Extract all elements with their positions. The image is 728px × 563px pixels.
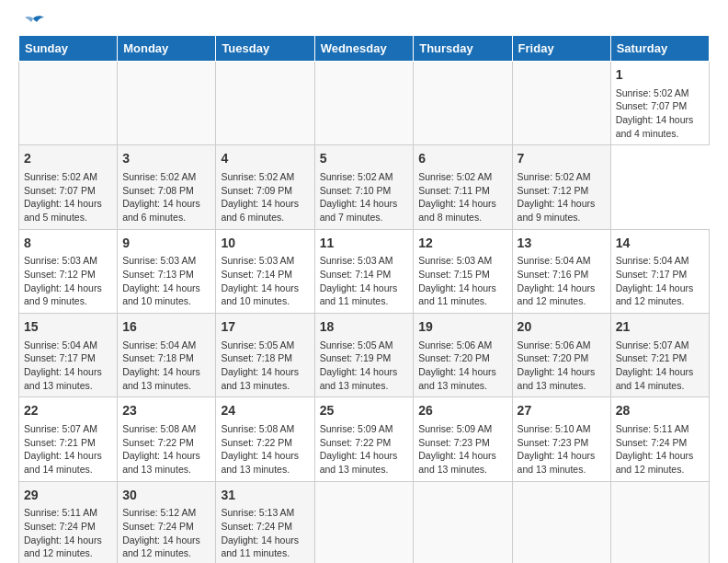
day-number: 28	[616, 402, 704, 420]
calendar-week-5: 22 Sunrise: 5:07 AM Sunset: 7:21 PM Dayl…	[19, 397, 710, 481]
sunrise-time: Sunrise: 5:13 AM	[221, 507, 294, 518]
day-number: 24	[221, 402, 309, 420]
calendar-day-18: 18 Sunrise: 5:05 AM Sunset: 7:19 PM Dayl…	[314, 314, 414, 397]
column-header-tuesday: Tuesday	[216, 36, 314, 62]
empty-cell	[512, 62, 610, 145]
logo-bird-icon	[20, 15, 46, 33]
calendar-day-11: 11 Sunrise: 5:03 AM Sunset: 7:14 PM Dayl…	[314, 229, 414, 313]
daylight-hours: Daylight: 14 hours and 14 minutes.	[616, 366, 694, 391]
sunset-time: Sunset: 7:21 PM	[24, 437, 96, 448]
empty-cell	[414, 62, 512, 145]
calendar-day-3: 3 Sunrise: 5:02 AM Sunset: 7:08 PM Dayli…	[118, 145, 216, 229]
sunrise-time: Sunrise: 5:03 AM	[122, 255, 196, 266]
day-number: 22	[24, 402, 112, 420]
sunset-time: Sunset: 7:20 PM	[518, 352, 589, 363]
sunrise-time: Sunrise: 5:07 AM	[616, 339, 689, 350]
sunset-time: Sunset: 7:07 PM	[616, 100, 688, 111]
calendar-day-27: 27 Sunrise: 5:10 AM Sunset: 7:23 PM Dayl…	[512, 397, 610, 481]
sunset-time: Sunset: 7:23 PM	[518, 437, 589, 448]
sunset-time: Sunset: 7:14 PM	[320, 269, 392, 280]
day-number: 14	[616, 235, 704, 253]
sunset-time: Sunset: 7:09 PM	[221, 185, 292, 196]
daylight-hours: Daylight: 14 hours and 10 minutes.	[221, 282, 299, 307]
day-number: 31	[221, 487, 309, 505]
day-number: 9	[122, 235, 210, 253]
calendar-day-6: 6 Sunrise: 5:02 AM Sunset: 7:11 PM Dayli…	[414, 145, 512, 229]
calendar-day-22: 22 Sunrise: 5:07 AM Sunset: 7:21 PM Dayl…	[19, 397, 118, 481]
daylight-hours: Daylight: 14 hours and 12 minutes.	[518, 282, 596, 307]
sunset-time: Sunset: 7:12 PM	[24, 269, 96, 280]
sunset-time: Sunset: 7:12 PM	[518, 185, 589, 196]
day-number: 12	[418, 235, 506, 253]
sunrise-time: Sunrise: 5:08 AM	[221, 423, 294, 434]
daylight-hours: Daylight: 14 hours and 13 minutes.	[122, 450, 200, 475]
sunset-time: Sunset: 7:08 PM	[122, 185, 194, 196]
calendar-day-5: 5 Sunrise: 5:02 AM Sunset: 7:10 PM Dayli…	[314, 145, 414, 229]
daylight-hours: Daylight: 14 hours and 12 minutes.	[616, 450, 694, 475]
sunrise-time: Sunrise: 5:11 AM	[24, 507, 97, 518]
sunrise-time: Sunrise: 5:04 AM	[24, 339, 97, 350]
column-header-saturday: Saturday	[610, 36, 709, 62]
daylight-hours: Daylight: 14 hours and 13 minutes.	[320, 450, 398, 475]
sunset-time: Sunset: 7:24 PM	[122, 521, 194, 532]
sunset-time: Sunset: 7:22 PM	[320, 437, 392, 448]
day-number: 19	[418, 318, 506, 337]
calendar-day-13: 13 Sunrise: 5:04 AM Sunset: 7:16 PM Dayl…	[512, 229, 610, 313]
day-number: 6	[418, 150, 506, 168]
daylight-hours: Daylight: 14 hours and 4 minutes.	[616, 114, 694, 139]
daylight-hours: Daylight: 14 hours and 9 minutes.	[518, 198, 596, 223]
logo	[18, 18, 46, 26]
sunset-time: Sunset: 7:15 PM	[418, 269, 490, 280]
daylight-hours: Daylight: 14 hours and 10 minutes.	[122, 282, 200, 307]
empty-cell	[314, 481, 414, 563]
column-header-friday: Friday	[512, 36, 610, 62]
day-number: 4	[221, 150, 309, 168]
sunset-time: Sunset: 7:14 PM	[221, 269, 292, 280]
sunrise-time: Sunrise: 5:06 AM	[518, 339, 591, 350]
column-header-monday: Monday	[118, 36, 216, 62]
daylight-hours: Daylight: 14 hours and 7 minutes.	[320, 198, 398, 223]
calendar-day-17: 17 Sunrise: 5:05 AM Sunset: 7:18 PM Dayl…	[216, 314, 314, 397]
sunset-time: Sunset: 7:24 PM	[616, 437, 688, 448]
sunset-time: Sunset: 7:18 PM	[122, 352, 194, 363]
empty-cell	[610, 481, 709, 563]
day-number: 2	[24, 150, 112, 168]
calendar-day-15: 15 Sunrise: 5:04 AM Sunset: 7:17 PM Dayl…	[19, 314, 118, 397]
calendar-day-31: 31 Sunrise: 5:13 AM Sunset: 7:24 PM Dayl…	[216, 481, 314, 563]
sunrise-time: Sunrise: 5:04 AM	[518, 255, 591, 266]
day-number: 10	[221, 235, 309, 253]
day-number: 17	[221, 318, 309, 337]
daylight-hours: Daylight: 14 hours and 11 minutes.	[320, 282, 398, 307]
calendar-day-28: 28 Sunrise: 5:11 AM Sunset: 7:24 PM Dayl…	[610, 397, 709, 481]
calendar-week-1: 1 Sunrise: 5:02 AM Sunset: 7:07 PM Dayli…	[19, 62, 710, 145]
sunrise-time: Sunrise: 5:02 AM	[221, 171, 294, 182]
sunrise-time: Sunrise: 5:07 AM	[24, 423, 97, 434]
sunrise-time: Sunrise: 5:03 AM	[320, 255, 393, 266]
day-number: 11	[320, 235, 409, 253]
sunrise-time: Sunrise: 5:04 AM	[122, 339, 196, 350]
sunset-time: Sunset: 7:13 PM	[122, 269, 194, 280]
daylight-hours: Daylight: 14 hours and 13 minutes.	[320, 366, 398, 391]
sunset-time: Sunset: 7:19 PM	[320, 352, 392, 363]
sunrise-time: Sunrise: 5:10 AM	[518, 423, 591, 434]
sunrise-time: Sunrise: 5:02 AM	[122, 171, 196, 182]
calendar-day-14: 14 Sunrise: 5:04 AM Sunset: 7:17 PM Dayl…	[610, 229, 709, 313]
empty-cell	[314, 62, 414, 145]
column-header-wednesday: Wednesday	[314, 36, 414, 62]
sunset-time: Sunset: 7:24 PM	[221, 521, 292, 532]
sunset-time: Sunset: 7:16 PM	[518, 269, 589, 280]
sunset-time: Sunset: 7:23 PM	[418, 437, 490, 448]
daylight-hours: Daylight: 14 hours and 13 minutes.	[221, 366, 299, 391]
day-number: 3	[122, 150, 210, 168]
sunset-time: Sunset: 7:10 PM	[320, 185, 392, 196]
sunrise-time: Sunrise: 5:03 AM	[24, 255, 97, 266]
sunrise-time: Sunrise: 5:08 AM	[122, 423, 196, 434]
calendar-table: SundayMondayTuesdayWednesdayThursdayFrid…	[18, 35, 710, 563]
calendar-day-8: 8 Sunrise: 5:03 AM Sunset: 7:12 PM Dayli…	[19, 229, 118, 313]
calendar-week-6: 29 Sunrise: 5:11 AM Sunset: 7:24 PM Dayl…	[19, 481, 710, 563]
sunset-time: Sunset: 7:18 PM	[221, 352, 292, 363]
sunrise-time: Sunrise: 5:03 AM	[221, 255, 294, 266]
calendar-day-2: 2 Sunrise: 5:02 AM Sunset: 7:07 PM Dayli…	[19, 145, 118, 229]
calendar-day-9: 9 Sunrise: 5:03 AM Sunset: 7:13 PM Dayli…	[118, 229, 216, 313]
day-number: 5	[320, 150, 409, 168]
